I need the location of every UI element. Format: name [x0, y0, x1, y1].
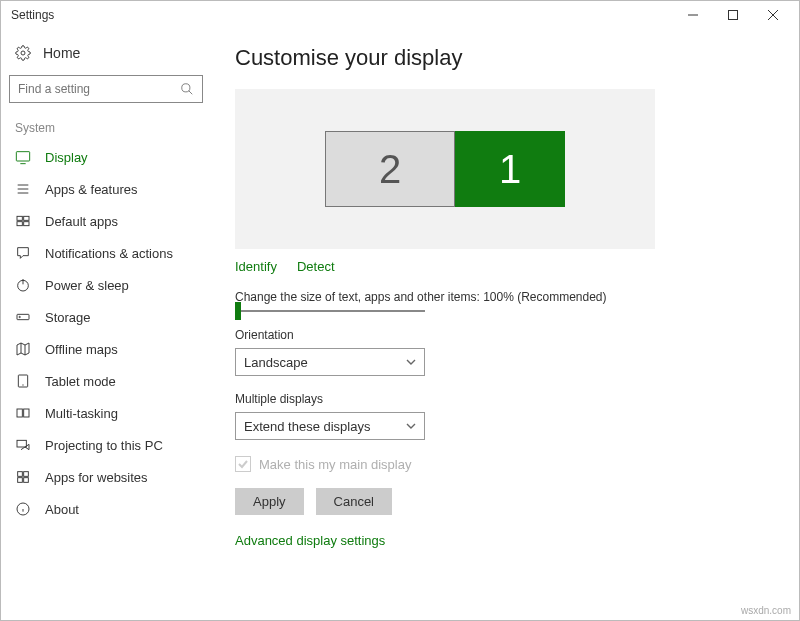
svg-rect-13 — [24, 216, 29, 220]
svg-point-4 — [21, 51, 25, 55]
sidebar-item-label: Tablet mode — [45, 374, 116, 389]
svg-rect-28 — [24, 472, 29, 477]
titlebar: Settings — [1, 1, 799, 29]
sidebar-item-label: Power & sleep — [45, 278, 129, 293]
display-preview[interactable]: 2 1 — [235, 89, 655, 249]
maximize-button[interactable] — [713, 1, 753, 29]
sidebar-item-label: About — [45, 502, 79, 517]
sidebar-item-label: Apps for websites — [45, 470, 148, 485]
orientation-dropdown[interactable]: Landscape — [235, 348, 425, 376]
svg-rect-29 — [18, 478, 23, 483]
search-input[interactable] — [9, 75, 203, 103]
svg-rect-24 — [17, 409, 22, 417]
orientation-value: Landscape — [244, 355, 308, 370]
orientation-label: Orientation — [235, 328, 771, 342]
maps-icon — [15, 341, 31, 357]
identify-link[interactable]: Identify — [235, 259, 277, 274]
apps-icon — [15, 181, 31, 197]
svg-rect-26 — [17, 440, 26, 447]
minimize-button[interactable] — [673, 1, 713, 29]
watermark: wsxdn.com — [741, 605, 791, 616]
sidebar: Home System Display Apps & features Defa… — [1, 29, 211, 620]
svg-rect-7 — [16, 152, 29, 161]
window-title: Settings — [11, 8, 54, 22]
close-button[interactable] — [753, 1, 793, 29]
svg-point-19 — [19, 316, 20, 317]
sidebar-item-label: Projecting to this PC — [45, 438, 163, 453]
chevron-down-icon — [406, 421, 416, 431]
sidebar-item-projecting[interactable]: Projecting to this PC — [9, 429, 203, 461]
sidebar-item-label: Display — [45, 150, 88, 165]
main-panel: Customise your display 2 1 Identify Dete… — [211, 29, 799, 620]
sidebar-item-storage[interactable]: Storage — [9, 301, 203, 333]
svg-rect-15 — [24, 222, 29, 226]
sidebar-item-label: Storage — [45, 310, 91, 325]
apply-button[interactable]: Apply — [235, 488, 304, 515]
sidebar-item-label: Offline maps — [45, 342, 118, 357]
notifications-icon — [15, 245, 31, 261]
page-title: Customise your display — [235, 45, 771, 71]
sidebar-item-tablet-mode[interactable]: Tablet mode — [9, 365, 203, 397]
search-field[interactable] — [18, 82, 180, 96]
svg-rect-30 — [24, 478, 29, 483]
cancel-button[interactable]: Cancel — [316, 488, 392, 515]
checkbox-icon — [235, 456, 251, 472]
multiple-displays-dropdown[interactable]: Extend these displays — [235, 412, 425, 440]
advanced-settings-link[interactable]: Advanced display settings — [235, 533, 771, 548]
detect-link[interactable]: Detect — [297, 259, 335, 274]
gear-icon — [15, 45, 31, 61]
home-label: Home — [43, 45, 80, 61]
slider-thumb[interactable] — [235, 302, 241, 320]
about-icon — [15, 501, 31, 517]
svg-line-6 — [189, 91, 193, 95]
display-icon — [15, 149, 31, 165]
sidebar-item-offline-maps[interactable]: Offline maps — [9, 333, 203, 365]
chevron-down-icon — [406, 357, 416, 367]
search-icon — [180, 82, 194, 96]
home-button[interactable]: Home — [9, 39, 203, 75]
multitask-icon — [15, 405, 31, 421]
svg-rect-14 — [17, 222, 22, 226]
sidebar-item-apps-features[interactable]: Apps & features — [9, 173, 203, 205]
sidebar-item-power-sleep[interactable]: Power & sleep — [9, 269, 203, 301]
monitor-1[interactable]: 1 — [455, 131, 565, 207]
storage-icon — [15, 309, 31, 325]
sidebar-item-apps-websites[interactable]: Apps for websites — [9, 461, 203, 493]
sidebar-item-label: Apps & features — [45, 182, 138, 197]
svg-rect-12 — [17, 216, 22, 220]
sidebar-item-label: Multi-tasking — [45, 406, 118, 421]
sidebar-item-display[interactable]: Display — [9, 141, 203, 173]
multiple-displays-value: Extend these displays — [244, 419, 370, 434]
sidebar-item-default-apps[interactable]: Default apps — [9, 205, 203, 237]
apps-web-icon — [15, 469, 31, 485]
section-label: System — [15, 121, 203, 135]
sidebar-item-label: Default apps — [45, 214, 118, 229]
main-display-checkbox: Make this my main display — [235, 456, 771, 472]
svg-rect-25 — [24, 409, 29, 417]
multiple-displays-label: Multiple displays — [235, 392, 771, 406]
svg-rect-27 — [18, 472, 23, 477]
text-size-slider[interactable] — [235, 310, 425, 312]
default-apps-icon — [15, 213, 31, 229]
sidebar-item-label: Notifications & actions — [45, 246, 173, 261]
sidebar-item-about[interactable]: About — [9, 493, 203, 525]
monitor-2[interactable]: 2 — [325, 131, 455, 207]
project-icon — [15, 437, 31, 453]
text-size-label: Change the size of text, apps and other … — [235, 290, 771, 304]
main-display-label: Make this my main display — [259, 457, 411, 472]
sidebar-item-notifications[interactable]: Notifications & actions — [9, 237, 203, 269]
power-icon — [15, 277, 31, 293]
sidebar-item-multitasking[interactable]: Multi-tasking — [9, 397, 203, 429]
tablet-icon — [15, 373, 31, 389]
svg-rect-1 — [729, 11, 738, 20]
svg-point-5 — [182, 84, 190, 92]
